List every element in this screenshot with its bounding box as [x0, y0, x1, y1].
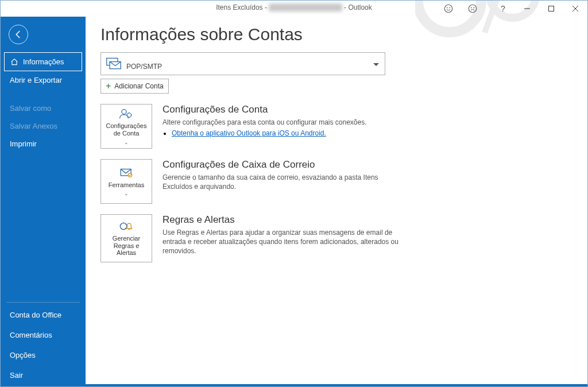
section-desc: Use Regras e Alertas para ajudar a organ…: [163, 228, 404, 256]
sidebar-item-info[interactable]: Informações: [4, 52, 82, 71]
sidebar-item-exit[interactable]: Sair: [1, 365, 86, 385]
svg-point-8: [471, 7, 471, 8]
svg-rect-11: [549, 6, 554, 11]
section-title: Regras e Alertas: [163, 214, 404, 226]
section-title: Configurações de Conta: [163, 104, 367, 115]
title-bar: Itens Excluídos - xxxxxxxx@xxxxxxx.xxx -…: [1, 1, 587, 17]
svg-point-6: [450, 7, 450, 8]
help-button[interactable]: ?: [491, 1, 515, 17]
maximize-button[interactable]: [539, 1, 563, 17]
sidebar-item-office-account[interactable]: Conta do Office: [1, 305, 86, 325]
svg-point-16: [122, 110, 126, 114]
title-account-masked: xxxxxxxx@xxxxxxx.xxx: [269, 3, 342, 11]
backstage-sidebar: Informações Abrir e Exportar Salvar como…: [1, 17, 86, 385]
sidebar-item-label: Conta do Office: [10, 311, 61, 319]
section-desc: Altere configurações para esta conta ou …: [163, 118, 367, 127]
sidebar-item-print[interactable]: Imprimir: [1, 135, 86, 153]
back-button[interactable]: [9, 25, 28, 44]
svg-point-5: [447, 7, 447, 8]
account-type-label: POP/SMTP: [126, 63, 162, 71]
sidebar-item-label: Abrir e Exportar: [10, 76, 62, 84]
sidebar-item-save-as: Salvar como: [1, 99, 86, 117]
mailbox-tools-tile[interactable]: Ferramentas ⌄: [100, 159, 152, 204]
sidebar-item-label: Salvar como: [10, 104, 51, 113]
rules-alerts-icon: [119, 220, 134, 233]
sidebar-item-label: Salvar Anexos: [10, 122, 57, 130]
page-title: Informações sobre Contas: [100, 25, 572, 44]
chevron-down-icon: [373, 59, 379, 69]
minimize-button[interactable]: [515, 1, 539, 17]
chevron-down-icon: ⌄: [124, 140, 129, 145]
sidebar-item-open-export[interactable]: Abrir e Exportar: [1, 71, 86, 89]
sidebar-item-label: Sair: [10, 371, 23, 380]
sidebar-item-options[interactable]: Opções: [1, 345, 86, 365]
sidebar-item-label: Imprimir: [10, 140, 37, 148]
account-envelope-icon: [106, 57, 122, 70]
sidebar-item-label: Comentários: [10, 331, 52, 339]
close-button[interactable]: [563, 1, 587, 17]
feedback-frown-icon[interactable]: [466, 1, 479, 17]
account-settings-icon: [119, 107, 134, 120]
svg-point-9: [474, 7, 474, 8]
svg-point-19: [128, 173, 132, 177]
svg-point-7: [469, 5, 477, 13]
add-account-button[interactable]: + Adicionar Conta: [100, 79, 169, 94]
title-folder: Itens Excluídos: [216, 3, 262, 11]
mailbox-tools-icon: [119, 167, 134, 179]
section-title: Configurações de Caixa de Correio: [163, 159, 404, 171]
home-icon: [10, 58, 18, 66]
chevron-down-icon: ⌄: [124, 191, 129, 196]
rules-alerts-tile[interactable]: Gerenciar Regras e Alertas: [100, 214, 152, 262]
account-dropdown[interactable]: POP/SMTP: [100, 52, 385, 75]
status-bar: [1, 384, 587, 386]
title-app: Outlook: [348, 3, 372, 11]
svg-point-17: [127, 113, 131, 117]
sidebar-item-save-attachments: Salvar Anexos: [1, 117, 86, 135]
account-settings-tile[interactable]: Configurações de Conta ⌄: [100, 104, 152, 149]
main-content: Informações sobre Contas POP/SMTP + Adic…: [86, 17, 587, 385]
section-desc: Gerencie o tamanho da sua caixa de corre…: [163, 173, 404, 191]
add-account-label: Adicionar Conta: [114, 82, 163, 90]
svg-point-4: [444, 5, 452, 13]
outlook-mobile-link[interactable]: Obtenha o aplicativo Outlook para iOS ou…: [172, 129, 326, 137]
plus-icon: +: [106, 82, 111, 91]
sidebar-item-feedback[interactable]: Comentários: [1, 325, 86, 345]
sidebar-item-label: Opções: [10, 351, 36, 359]
feedback-smile-icon[interactable]: [442, 1, 455, 17]
sidebar-item-label: Informações: [23, 57, 64, 66]
